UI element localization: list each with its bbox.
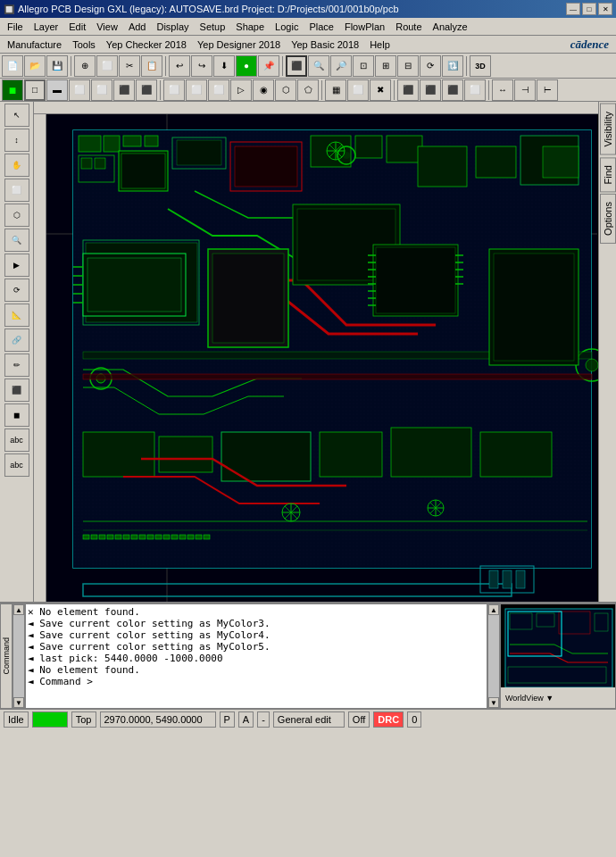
- tb2-b10[interactable]: ⬜: [208, 79, 229, 101]
- tb2-b7[interactable]: ⬛: [136, 79, 157, 101]
- tb-3d[interactable]: 3D: [470, 55, 491, 77]
- tb2-measure[interactable]: ↔: [492, 79, 513, 101]
- tb-cut[interactable]: ✂: [119, 55, 140, 77]
- tb2-b5[interactable]: ⬜: [91, 79, 112, 101]
- sb-measure2[interactable]: 📐: [4, 304, 29, 327]
- menu-view[interactable]: View: [91, 20, 123, 34]
- visibility-tab[interactable]: Visibility: [600, 104, 616, 155]
- tb-zoom-in[interactable]: 🔍: [308, 55, 329, 77]
- sb-connect[interactable]: 🔗: [4, 329, 29, 352]
- menu-shape[interactable]: Shape: [230, 20, 270, 34]
- menu-yep-checker[interactable]: Yep Checker 2018: [101, 37, 192, 52]
- menu-yep-designer[interactable]: Yep Designer 2018: [192, 37, 286, 52]
- sb-zoom[interactable]: 🔍: [4, 229, 29, 252]
- options-tab[interactable]: Options: [600, 194, 616, 244]
- menu-help[interactable]: Help: [364, 37, 395, 52]
- tb-undo[interactable]: ↩: [169, 55, 190, 77]
- scroll-down[interactable]: ▼: [13, 697, 24, 708]
- sb-fill[interactable]: ◼: [4, 404, 29, 427]
- menu-analyze[interactable]: Analyze: [428, 20, 473, 34]
- pcb-canvas[interactable]: [34, 102, 598, 602]
- menu-edit[interactable]: Edit: [63, 20, 91, 34]
- sb-rotate2[interactable]: ⟳: [4, 279, 29, 302]
- tb-down[interactable]: ⬇: [213, 55, 235, 77]
- menu-tools[interactable]: Tools: [67, 37, 101, 52]
- sb-move[interactable]: ↕: [4, 129, 29, 152]
- tb-rotate[interactable]: 🔃: [442, 55, 463, 77]
- sb-rect2[interactable]: ⬛: [4, 379, 29, 402]
- menu-route[interactable]: Route: [390, 20, 427, 34]
- close-button[interactable]: ✕: [598, 3, 612, 15]
- menu-place[interactable]: Place: [304, 20, 339, 34]
- window-controls[interactable]: — □ ✕: [566, 3, 612, 15]
- tb-zoom-sel[interactable]: ⊞: [375, 55, 396, 77]
- sb-text2[interactable]: abc: [4, 453, 29, 477]
- tb-pin[interactable]: 📌: [258, 55, 279, 77]
- menu-setup[interactable]: Setup: [195, 20, 231, 34]
- sb-play[interactable]: ▶: [4, 254, 29, 277]
- tb-refresh[interactable]: ⟳: [420, 55, 441, 77]
- tb2-b16[interactable]: ⬜: [347, 79, 369, 101]
- menu-logic[interactable]: Logic: [270, 20, 304, 34]
- tb2-b24[interactable]: ⊢: [537, 79, 558, 101]
- svg-rect-33: [212, 254, 284, 343]
- canvas-area[interactable]: [34, 102, 598, 602]
- tb-redo[interactable]: ↪: [191, 55, 212, 77]
- tb-save[interactable]: 💾: [46, 55, 68, 77]
- tb2-b6[interactable]: ⬛: [113, 79, 135, 101]
- menu-flowplan[interactable]: FlowPlan: [339, 20, 390, 34]
- sb-text[interactable]: abc: [4, 428, 29, 452]
- sb-rect-sel[interactable]: ⬜: [4, 179, 29, 202]
- tb-copy[interactable]: ⬜: [96, 55, 118, 77]
- tb2-b12[interactable]: ◉: [253, 79, 274, 101]
- tb2-b20[interactable]: ⬛: [442, 79, 463, 101]
- tb-open[interactable]: 📂: [24, 55, 46, 77]
- maximize-button[interactable]: □: [582, 3, 596, 15]
- svg-rect-37: [476, 146, 516, 178]
- sb-hand[interactable]: ✋: [4, 154, 29, 177]
- scroll-right-up[interactable]: ▲: [488, 604, 499, 615]
- svg-rect-54: [83, 535, 89, 539]
- menu-layer[interactable]: Layer: [29, 20, 64, 34]
- tb-run[interactable]: ●: [236, 55, 257, 77]
- tb2-b15[interactable]: ▦: [325, 79, 346, 101]
- tb2-b18[interactable]: ⬛: [397, 79, 419, 101]
- menu-manufacture[interactable]: Manufacture: [2, 37, 67, 52]
- tb2-desel[interactable]: □: [24, 79, 46, 101]
- tb-zoomp[interactable]: ⊟: [397, 55, 419, 77]
- tb2-b23[interactable]: ⊣: [514, 79, 536, 101]
- minimize-button[interactable]: —: [566, 3, 580, 15]
- console-panel[interactable]: ✕ No element found. ◄ Save current color…: [25, 603, 487, 709]
- tb2-select[interactable]: ■: [2, 79, 23, 101]
- tb-paste[interactable]: 📋: [141, 55, 162, 77]
- tb2-b9[interactable]: ⬜: [186, 79, 207, 101]
- scroll-right-down[interactable]: ▼: [488, 697, 499, 708]
- tb2-b19[interactable]: ⬛: [420, 79, 441, 101]
- sb-arrow[interactable]: ↖: [4, 104, 29, 127]
- tb2-b14[interactable]: ⬠: [297, 79, 319, 101]
- menu-yep-basic[interactable]: Yep Basic 2018: [286, 37, 364, 52]
- scroll-up[interactable]: ▲: [13, 604, 24, 615]
- sb-poly[interactable]: ⬡: [4, 204, 29, 227]
- tb-new[interactable]: 📄: [2, 55, 23, 77]
- find-tab[interactable]: Find: [600, 157, 616, 192]
- tb2-b21[interactable]: ⬜: [464, 79, 486, 101]
- svg-rect-47: [159, 437, 212, 472]
- tb2-b11[interactable]: ▷: [230, 79, 252, 101]
- svg-rect-106: [83, 374, 592, 379]
- menu-display[interactable]: Display: [151, 20, 194, 34]
- menu-add[interactable]: Add: [123, 20, 152, 34]
- tb-rect[interactable]: ⬛: [286, 55, 307, 77]
- tb-zoom-fit[interactable]: ⊡: [353, 55, 374, 77]
- tb2-b13[interactable]: ⬡: [275, 79, 296, 101]
- sb-pencil[interactable]: ✏: [4, 354, 29, 377]
- tb-zoom-out[interactable]: 🔎: [330, 55, 352, 77]
- tb-snap[interactable]: ⊕: [74, 55, 96, 77]
- command-label: Command: [0, 603, 12, 709]
- menu-file[interactable]: File: [2, 20, 29, 34]
- tb2-b17[interactable]: ✖: [370, 79, 391, 101]
- svg-rect-85: [376, 247, 455, 313]
- tb2-b8[interactable]: ⬜: [163, 79, 185, 101]
- tb2-b4[interactable]: ⬜: [69, 79, 90, 101]
- tb2-wire[interactable]: ▬: [46, 79, 68, 101]
